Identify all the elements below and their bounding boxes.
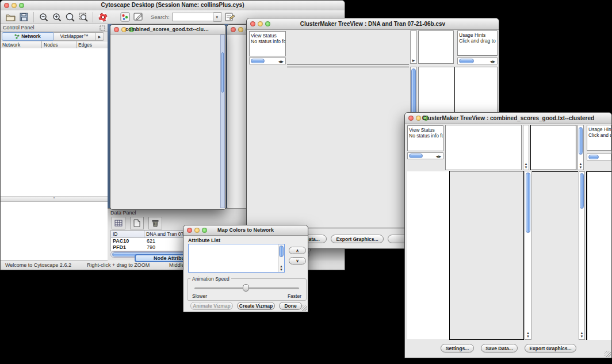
toolbar-separator [33,12,34,22]
tab-network[interactable]: Network [2,32,53,41]
new-attribute-icon[interactable] [130,217,144,229]
float-panel-icon[interactable] [100,25,105,31]
row-dendrogram[interactable] [249,67,287,228]
move-up-button[interactable]: ∧ [289,247,306,254]
status-welcome: Welcome to Cytoscape 2.6.2 [5,262,71,268]
network-vscrollbar[interactable] [220,35,225,208]
zoom-heatmap[interactable] [420,69,453,100]
col-nodes[interactable]: Nodes [42,41,76,48]
birdseye-divider[interactable]: • [1,196,108,202]
control-panel-header: Control Panel [1,24,108,32]
zoom-vscrollbar[interactable]: ▲▼ [579,171,585,340]
zoom-out-icon[interactable] [38,12,49,22]
treeview2-title: ClusterMaker TreeView : combined_scores_… [420,115,596,121]
scroll-thumb[interactable] [580,173,584,209]
animation-speed-group: Animation Speed Slower Faster [187,278,307,301]
close-button[interactable] [114,27,119,32]
scroll-thumb[interactable] [579,127,583,155]
animate-vizmap-button[interactable]: Animate Vizmap [190,302,233,310]
create-vizmap-button[interactable]: Create Vizmap [237,302,275,310]
close-button[interactable] [187,228,192,233]
search-input[interactable] [172,13,213,21]
treeview1-title: ClusterMaker TreeView : DNA and Tran 07-… [262,21,484,27]
main-heatmap[interactable] [287,67,409,228]
birdseye-overview[interactable] [1,203,106,260]
search-dropdown-button[interactable]: ▼ [213,12,221,22]
control-panel-tabs: Network VizMapper™ ▶ [1,32,108,41]
network-view[interactable] [112,35,221,209]
import-table-icon[interactable] [225,12,236,22]
tabs-more-button[interactable]: ▶ [95,32,104,41]
col-edges[interactable]: Edges [76,41,108,48]
attribute-select-icon[interactable] [112,217,125,229]
resize-grip[interactable] [605,351,611,357]
slower-label: Slower [192,293,207,299]
network-table-header: Network Nodes Edges [1,41,108,48]
gene-list [586,171,612,340]
zoom-fit-icon[interactable] [78,12,89,22]
column-dendrogram[interactable] [287,30,409,64]
plugin-manager-icon[interactable] [120,12,131,22]
move-down-button[interactable]: ∨ [289,257,306,265]
export-graphics-button[interactable]: Export Graphics... [525,344,576,352]
treeview2-titlebar[interactable]: ClusterMaker TreeView : combined_scores_… [405,113,611,124]
open-folder-icon[interactable] [5,12,16,22]
close-button[interactable] [408,116,414,121]
export-graphics-button[interactable]: Export Graphics... [331,235,384,243]
dendro-strip[interactable]: ▶ [410,30,417,64]
zoom-heatmap[interactable] [532,171,578,340]
main-titlebar[interactable]: Cytoscape Desktop (Session Name: collins… [1,1,345,11]
network-window-1: combined_scores_good.txt--cluste... [110,24,226,210]
scroll-thumb[interactable] [251,59,265,63]
id-column-header[interactable]: ID [111,231,144,237]
delete-attribute-icon[interactable] [148,217,162,229]
col-network[interactable]: Network [1,41,42,48]
view-status-hscrollbar[interactable]: ◀▶ [249,58,286,64]
zoom-column-labels [530,125,576,170]
annotation-icon[interactable] [133,12,144,22]
toolbar-separator [93,12,93,22]
save-data-button[interactable]: Save Data... [481,344,518,352]
scroll-thumb[interactable] [221,52,224,93]
close-button[interactable] [4,3,9,8]
resize-grip[interactable] [301,305,307,311]
heatmap-vscrollbar[interactable]: ▲▼ [525,171,531,340]
scroll-thumb[interactable] [459,59,474,63]
attribute-listbox[interactable]: ▲▼ [188,244,285,273]
tab-vizmapper[interactable]: VizMapper™ [53,32,95,41]
speed-slider-thumb[interactable] [243,284,249,292]
scroll-thumb[interactable] [588,155,599,159]
scroll-thumb[interactable] [409,154,423,158]
scroll-thumb[interactable] [279,246,284,257]
treeview1-titlebar[interactable]: ClusterMaker TreeView : DNA and Tran 07-… [247,18,499,30]
help-lifesaver-icon[interactable] [97,12,108,22]
main-heatmap[interactable] [449,171,524,340]
done-button[interactable]: Done [279,302,302,310]
dendro-strip[interactable]: ▲▼ [523,125,529,170]
treeview2-buttons: Settings... Save Data... Export Graphics… [405,344,611,355]
control-panel: Control Panel Network VizMapper™ ▶ Netwo… [1,24,108,260]
close-button[interactable] [250,21,255,26]
animation-speed-label: Animation Speed [190,276,231,282]
zoom-selected-icon[interactable] [64,12,75,22]
view-status-hscrollbar[interactable]: ◀▶ [407,152,443,159]
save-icon[interactable] [18,12,29,22]
dialog-titlebar[interactable]: Map Colors to Network [183,225,308,236]
column-dendrogram-area[interactable] [445,125,522,170]
row-dendrogram[interactable] [407,171,449,339]
scroll-thumb[interactable] [526,173,530,233]
settings-button[interactable]: Settings... [441,344,474,352]
map-colors-dialog: Map Colors to Network Attribute List ▲▼ … [183,225,308,312]
column-labels-vscrollbar[interactable]: ▲▼ [577,125,584,170]
usage-hints-hscrollbar[interactable]: ◀▶ [457,58,498,64]
network-window-title: combined_scores_good.txt--cluste... [125,26,211,32]
close-button[interactable] [231,27,236,32]
attribute-list-label: Attribute List [188,237,220,243]
usage-hints-hscrollbar[interactable] [587,154,611,160]
network-window-1-titlebar[interactable]: combined_scores_good.txt--cluste... [110,25,225,35]
main-window-title: Cytoscape Desktop (Session Name: collins… [16,2,330,8]
minimize-button[interactable] [238,27,243,32]
search-label: Search: [151,14,170,20]
zoom-in-icon[interactable] [51,12,62,22]
data-panel-title: Data Panel [110,210,136,216]
